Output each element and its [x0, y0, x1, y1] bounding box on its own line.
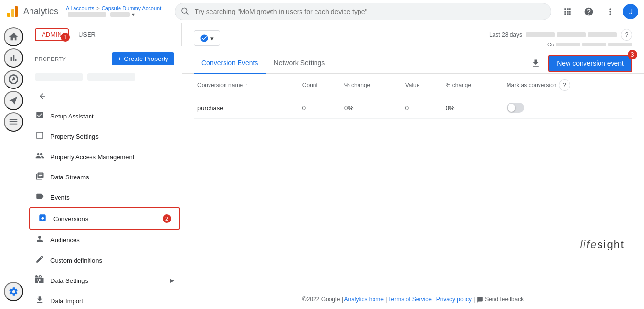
- lifesight-text: lifesight: [580, 238, 625, 250]
- tab-conversion-events-label: Conversion Events: [201, 59, 258, 67]
- footer-link-analytics-home[interactable]: Analytics home: [344, 296, 384, 303]
- logo-area: Analytics: [6, 5, 58, 18]
- svg-rect-0: [7, 13, 10, 17]
- back-button[interactable]: [35, 88, 50, 104]
- tab-network-settings[interactable]: Network Settings: [266, 53, 333, 74]
- search-container: [175, 3, 551, 20]
- help-icon-button[interactable]: [580, 3, 598, 20]
- sidebar-item-property-access-management[interactable]: Property Access Management: [27, 147, 182, 167]
- svg-rect-2: [15, 6, 18, 17]
- date-range-label: Last 28 days: [489, 31, 522, 38]
- sidebar-item-audiences[interactable]: Audiences: [27, 230, 182, 250]
- th-conversion-name[interactable]: Conversion name ↑: [194, 74, 299, 97]
- sidebar-item-events[interactable]: Events: [27, 187, 182, 207]
- cell-conversion-name: purchase: [194, 97, 299, 119]
- breadcrumb: All accounts > Capsule Dummy Account: [66, 5, 161, 11]
- user-avatar[interactable]: U: [623, 4, 638, 19]
- cell-count: 0: [299, 97, 341, 119]
- explore-icon-button[interactable]: [4, 70, 23, 89]
- new-conversion-event-button[interactable]: New conversion event: [548, 55, 632, 72]
- mark-as-conversion-toggle[interactable]: [507, 103, 524, 113]
- breadcrumb-sep: >: [96, 5, 99, 11]
- footer-link-privacy[interactable]: Privacy policy: [436, 296, 472, 303]
- table-wrapper: Conversion name ↑ Count % change Value %…: [182, 74, 644, 119]
- apps-icon-button[interactable]: [559, 3, 576, 20]
- conversions-table: Conversion name ↑ Count % change Value %…: [194, 74, 632, 119]
- main-layout: ADMIN 1 USER Property + Create Property: [0, 23, 644, 309]
- home-icon-button[interactable]: [4, 27, 23, 46]
- settings-icon-button[interactable]: [4, 282, 23, 301]
- cell-toggle[interactable]: [503, 97, 633, 119]
- new-conversion-event-label: New conversion event: [557, 59, 624, 67]
- th-count-change: % change: [341, 74, 402, 97]
- breadcrumb-all-accounts[interactable]: All accounts: [66, 5, 94, 11]
- more-vert-icon-button[interactable]: [601, 3, 619, 20]
- cell-value-change: 0%: [442, 97, 503, 119]
- property-selector[interactable]: ▾: [68, 11, 161, 18]
- download-icon: [531, 59, 540, 68]
- filter-button[interactable]: ▾: [194, 30, 220, 46]
- configure-icon: [8, 117, 19, 127]
- property-label: Property: [35, 56, 66, 62]
- sidebar-item-label-data-import: Data Import: [50, 297, 83, 305]
- settings-gear-icon: [8, 286, 19, 297]
- header-actions: U: [559, 3, 638, 20]
- th-value-change: % change: [442, 74, 503, 97]
- side-nav: Property + Create Property: [27, 46, 182, 309]
- download-button[interactable]: [527, 55, 544, 72]
- compare-value-blurred: [556, 43, 580, 46]
- back-arrow-icon: [38, 92, 47, 101]
- sidebar-item-property-settings[interactable]: Property Settings: [27, 126, 182, 147]
- th-value: Value: [402, 74, 442, 97]
- advertising-icon-button[interactable]: [4, 91, 23, 110]
- user-tab[interactable]: USER: [71, 23, 104, 46]
- breadcrumb-account-name[interactable]: Capsule Dummy Account: [102, 5, 162, 11]
- reports-icon-button[interactable]: [4, 48, 23, 68]
- property-pill-2: [87, 73, 135, 81]
- property-name-blurred: [68, 12, 106, 17]
- sidebar-item-custom-definitions[interactable]: Custom definitions: [27, 250, 182, 270]
- footer: ©2022 Google | Analytics home | Terms of…: [182, 290, 644, 309]
- setup-assistant-icon: [35, 111, 45, 121]
- sidebar-item-data-settings[interactable]: Data Settings ▶: [27, 270, 182, 291]
- date-help-button[interactable]: ?: [621, 29, 632, 41]
- side-nav-header: Property + Create Property: [27, 46, 182, 71]
- property-selector-row: [27, 71, 182, 87]
- conversion-name-value: purchase: [197, 104, 223, 112]
- configure-icon-button[interactable]: [4, 112, 23, 132]
- sidebar-item-setup-assistant[interactable]: Setup Assistant: [27, 106, 182, 126]
- th-count: Count: [299, 74, 341, 97]
- sidebar-item-label-custom-definitions: Custom definitions: [50, 257, 102, 264]
- sidebar-item-data-import[interactable]: Data Import: [27, 291, 182, 309]
- cell-value: 0: [402, 97, 442, 119]
- admin-tab[interactable]: ADMIN 1: [35, 28, 69, 41]
- tab-conversion-events[interactable]: Conversion Events: [194, 53, 266, 74]
- explore-icon: [8, 74, 19, 85]
- admin-tab-label: ADMIN: [42, 31, 62, 38]
- create-property-button[interactable]: + Create Property: [112, 52, 174, 65]
- admin-user-bar: ADMIN 1 USER: [27, 23, 181, 46]
- search-icon: [180, 6, 189, 16]
- tab-actions: New conversion event 3: [527, 55, 632, 72]
- content-wrapper: ADMIN 1 USER Property + Create Property: [27, 23, 644, 309]
- app-header: Analytics All accounts > Capsule Dummy A…: [0, 0, 644, 23]
- chevron-down-icon[interactable]: ▾: [132, 11, 135, 18]
- property-settings-icon: [35, 131, 45, 142]
- mark-as-conversion-help-button[interactable]: ?: [559, 79, 570, 91]
- sidebar-item-data-streams[interactable]: Data Streams: [27, 167, 182, 187]
- compare-range-blurred: [582, 43, 606, 46]
- step-3-badge: 3: [628, 50, 637, 59]
- search-input[interactable]: [175, 3, 551, 20]
- toggle-knob: [508, 104, 515, 112]
- footer-link-terms[interactable]: Terms of Service: [388, 296, 431, 303]
- date-compare-1-blurred: [526, 32, 555, 37]
- th-conversion-name-label: Conversion name: [197, 82, 243, 88]
- data-import-icon: [35, 295, 45, 306]
- sidebar-item-label-access-management: Property Access Management: [50, 153, 134, 161]
- sidebar-item-label-events: Events: [50, 194, 70, 201]
- sidebar-item-conversions[interactable]: Conversions 2: [29, 207, 180, 230]
- custom-definitions-icon: [35, 255, 45, 265]
- create-property-label: Create Property: [124, 55, 168, 62]
- footer-sep-4: |: [473, 296, 475, 303]
- footer-feedback[interactable]: Send feedback: [477, 296, 524, 303]
